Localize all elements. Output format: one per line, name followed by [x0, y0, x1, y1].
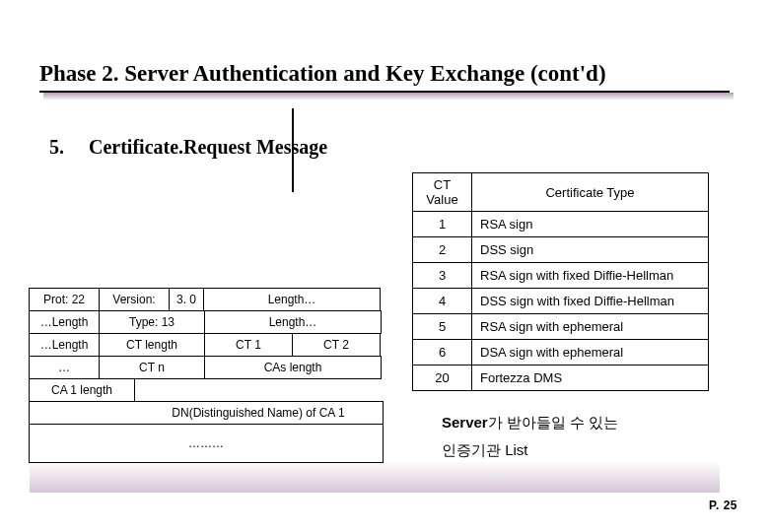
- ct-value: 20: [413, 366, 472, 391]
- note-server-word: Server: [442, 414, 488, 431]
- struct-row-1: …Length Type: 13 Length…: [30, 311, 384, 334]
- table-row: 20Fortezza DMS: [413, 366, 709, 391]
- note-rest: 가 받아들일 수 있는: [488, 414, 619, 431]
- ct-type: DSA sign with ephemeral: [472, 340, 709, 366]
- ct-type: DSS sign with fixed Diffie-Hellman: [472, 289, 709, 314]
- ct-value: 5: [413, 314, 472, 340]
- section-title: Certificate.Request Message: [89, 136, 327, 159]
- header-cert-type: Certificate Type: [472, 173, 709, 212]
- ct-value: 1: [413, 212, 472, 237]
- field-length-cont2: …Length: [29, 333, 100, 357]
- struct-row-4: CA 1 length: [30, 379, 384, 402]
- ct-type: RSA sign: [472, 212, 709, 237]
- struct-row-6: ………: [30, 425, 384, 463]
- field-ct1: CT 1: [204, 333, 293, 357]
- ct-value: 4: [413, 289, 472, 314]
- field-ct-length: CT length: [99, 333, 205, 357]
- ct-value: 3: [413, 263, 472, 289]
- field-length-cont: …Length: [29, 310, 100, 334]
- field-ct2: CT 2: [292, 333, 381, 357]
- page-number: P. 25: [709, 499, 737, 512]
- field-length2: Length…: [204, 310, 382, 334]
- field-ca1-length: CA 1 length: [29, 378, 135, 402]
- table-header-row: CT Value Certificate Type: [413, 173, 709, 212]
- section-number: 5.: [49, 136, 64, 159]
- field-type: Type: 13: [99, 310, 205, 334]
- field-dn: DN(Distinguished Name) of CA 1: [134, 401, 384, 425]
- struct-row-0: Prot: 22 Version: 3. 0 Length…: [30, 289, 384, 311]
- table-row: 6DSA sign with ephemeral: [413, 340, 709, 366]
- table-row: 4DSS sign with fixed Diffie-Hellman: [413, 289, 709, 314]
- message-structure-diagram: Prot: 22 Version: 3. 0 Length… …Length T…: [30, 289, 384, 463]
- note-line-2: 인증기관 List: [442, 441, 528, 460]
- field-protocol: Prot: 22: [29, 288, 100, 311]
- footer-gradient: [30, 461, 720, 493]
- struct-row-3: … CT n CAs length: [30, 357, 384, 379]
- title-shadow: [43, 93, 734, 100]
- ct-type: RSA sign with ephemeral: [472, 314, 709, 340]
- field-dn-pad: [29, 401, 135, 425]
- ct-value: 2: [413, 237, 472, 263]
- ct-type: RSA sign with fixed Diffie-Hellman: [472, 263, 709, 289]
- note-line-1: Server가 받아들일 수 있는: [442, 414, 618, 432]
- field-ctn: CT n: [99, 356, 205, 379]
- table-row: 2DSS sign: [413, 237, 709, 263]
- header-ct-value: CT Value: [413, 173, 472, 212]
- table-row: 1RSA sign: [413, 212, 709, 237]
- table-row: 3RSA sign with fixed Diffie-Hellman: [413, 263, 709, 289]
- field-dots2: ………: [29, 424, 384, 463]
- ct-type: Fortezza DMS: [472, 366, 709, 391]
- field-version-label: Version:: [99, 288, 170, 311]
- ct-value: 6: [413, 340, 472, 366]
- struct-row-2: …Length CT length CT 1 CT 2: [30, 334, 384, 357]
- ct-type: DSS sign: [472, 237, 709, 263]
- field-dots: …: [29, 356, 100, 379]
- field-length: Length…: [203, 288, 381, 311]
- certificate-type-table: CT Value Certificate Type 1RSA sign 2DSS…: [412, 172, 709, 391]
- field-cas-length: CAs length: [204, 356, 382, 379]
- table-row: 5RSA sign with ephemeral: [413, 314, 709, 340]
- slide-title: Phase 2. Server Authentication and Key E…: [39, 61, 730, 87]
- struct-row-5: DN(Distinguished Name) of CA 1: [30, 402, 384, 425]
- field-version-value: 3. 0: [169, 288, 204, 311]
